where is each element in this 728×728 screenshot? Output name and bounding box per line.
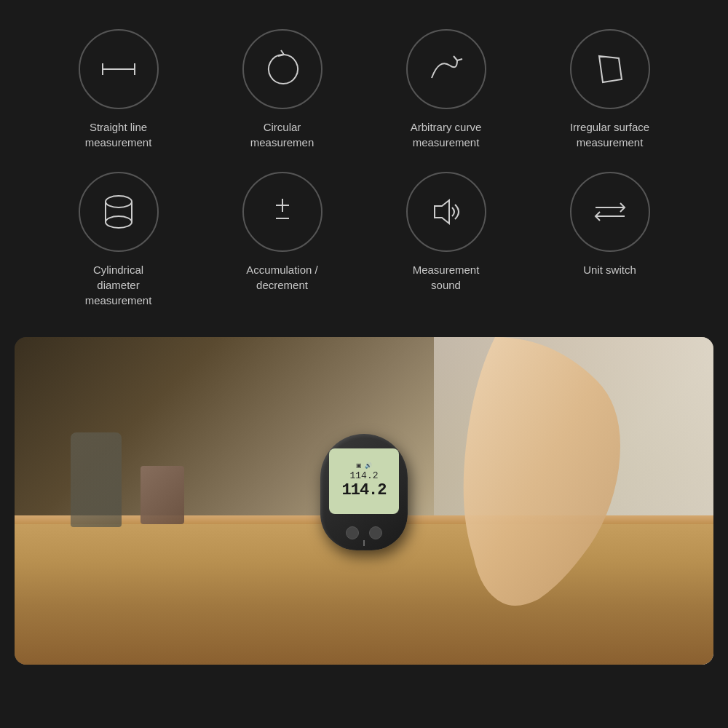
feature-irregular-surface: Irregular surfacemeasurement [537,29,683,150]
feature-accumulation: Accumulation /decrement [210,172,355,293]
screen-sub-reading: 114.2 [349,470,378,481]
product-photo: ▣ 🔊 114.2 114.2 [15,337,713,665]
feature-row-1: Straight line measurement Circularmeasur… [15,22,713,157]
unit-switch-icon-circle [570,172,650,252]
irregular-surface-icon-circle [570,29,650,109]
cylindrical-icon-circle [79,172,159,252]
sound-icon-circle [406,172,486,252]
feature-sound: Measurementsound [373,172,519,293]
svg-point-4 [106,196,132,207]
device-screen: ▣ 🔊 114.2 114.2 [329,448,399,514]
screen-main-reading: 114.2 [341,481,386,499]
sound-label: Measurementsound [413,262,480,293]
screen-icon-1: ▣ [356,462,362,469]
arbitrary-curve-icon-circle [406,29,486,109]
feature-straight-line: Straight line measurement [46,29,191,150]
circular-icon [261,47,304,91]
background-box [141,466,184,524]
circular-icon-circle [242,29,323,109]
svg-point-7 [106,216,132,228]
device-bottom-line [363,540,365,546]
screen-icon-2: 🔊 [365,462,372,469]
feature-circular: Circularmeasuremen [210,29,355,150]
screen-top-icons: ▣ 🔊 [356,462,372,469]
feature-row-2: Cylindricaldiametermeasurement Accumulat… [15,165,713,315]
accumulation-icon [261,190,304,234]
unit-switch-label: Unit switch [583,262,636,277]
irregular-surface-icon [588,47,632,91]
feature-cylindrical: Cylindricaldiametermeasurement [46,172,191,308]
hand-illustration [451,337,641,614]
device-body: ▣ 🔊 114.2 114.2 [320,434,408,550]
accumulation-icon-circle [242,172,323,252]
unit-switch-icon [588,190,632,234]
device-buttons [346,526,382,539]
device-button-left[interactable] [346,526,359,539]
arbitrary-curve-label: Arbitrary curvemeasurement [411,119,482,150]
svg-marker-3 [599,56,622,82]
features-section: Straight line measurement Circularmeasur… [0,0,728,330]
photo-background: ▣ 🔊 114.2 114.2 [15,337,713,665]
sound-icon [424,190,468,234]
straight-line-label: Straight line measurement [85,119,152,150]
straight-line-icon-circle [79,29,159,109]
cylindrical-label: Cylindricaldiametermeasurement [85,262,152,308]
feature-arbitrary-curve: Arbitrary curvemeasurement [373,29,519,150]
device: ▣ 🔊 114.2 114.2 [320,434,408,550]
accumulation-label: Accumulation /decrement [246,262,317,293]
feature-unit-switch: Unit switch [537,172,683,277]
svg-marker-11 [435,200,449,223]
irregular-surface-label: Irregular surfacemeasurement [570,119,649,150]
background-glass [71,432,122,527]
circular-label: Circularmeasuremen [250,119,314,150]
device-button-right[interactable] [369,526,382,539]
arbitrary-curve-icon [424,47,468,91]
straight-line-icon [97,47,141,91]
cylindrical-icon [97,190,141,234]
